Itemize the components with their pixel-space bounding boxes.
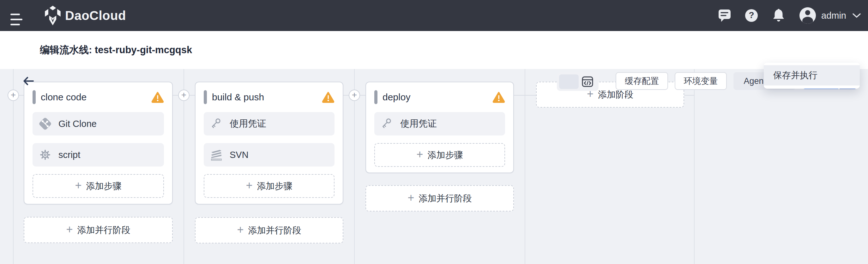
stage-drag-handle[interactable] bbox=[33, 90, 36, 104]
brand-name: DaoCloud bbox=[65, 0, 126, 31]
step-label: Git Clone bbox=[58, 119, 97, 129]
svn-icon bbox=[210, 148, 223, 162]
chat-icon[interactable] bbox=[717, 0, 732, 31]
stage-card-build-push: build & push 使用凭证 bbox=[195, 82, 343, 205]
env-variables-button[interactable]: 环境变量 bbox=[675, 72, 727, 90]
warning-icon bbox=[492, 91, 505, 103]
stage-name[interactable]: clone code bbox=[41, 92, 87, 103]
step-row-credentials[interactable]: 使用凭证 bbox=[374, 112, 505, 135]
save-and-run-menu-item[interactable]: 保存并执行 bbox=[764, 65, 860, 85]
pipeline-canvas: + + + clone code bbox=[0, 69, 868, 264]
gear-icon bbox=[38, 148, 52, 162]
top-navigation-bar: DaoCloud ? admin bbox=[0, 0, 868, 31]
plus-icon: + bbox=[407, 192, 414, 204]
key-icon bbox=[210, 117, 223, 131]
notifications-bell-icon[interactable] bbox=[771, 0, 786, 31]
add-parallel-stage-button[interactable]: + 添加并行阶段 bbox=[24, 217, 173, 243]
git-icon bbox=[38, 117, 52, 131]
step-label: 使用凭证 bbox=[400, 117, 437, 130]
column-divider bbox=[525, 69, 525, 264]
warning-icon bbox=[322, 91, 335, 103]
pipeline-editor-toolbar: 编辑流水线: test-ruby-git-mcgqsk 缓存配置 环境变量 Ag… bbox=[0, 31, 868, 69]
add-parallel-stage-button[interactable]: + 添加并行阶段 bbox=[366, 185, 514, 211]
plus-icon: + bbox=[66, 224, 73, 235]
stage-card-deploy: deploy 使用凭证 + 添加步骤 bbox=[366, 82, 514, 173]
step-row-script[interactable]: script bbox=[33, 143, 164, 166]
step-label: 使用凭证 bbox=[229, 117, 266, 130]
column-divider bbox=[694, 69, 694, 264]
stage-card-clone-code: clone code Git Clone bbox=[24, 82, 173, 205]
step-row-credentials[interactable]: 使用凭证 bbox=[204, 112, 335, 135]
code-view-icon[interactable] bbox=[579, 74, 596, 89]
insert-stage-plus-icon[interactable]: + bbox=[349, 89, 360, 101]
stage-drag-handle[interactable] bbox=[374, 90, 377, 104]
add-step-button[interactable]: + 添加步骤 bbox=[204, 174, 335, 198]
warning-icon bbox=[151, 91, 164, 103]
step-row-svn[interactable]: SVN bbox=[204, 143, 335, 166]
svg-text:?: ? bbox=[749, 10, 754, 20]
cache-config-button[interactable]: 缓存配置 bbox=[616, 72, 668, 90]
stage-drag-handle[interactable] bbox=[204, 90, 207, 104]
key-icon bbox=[380, 117, 394, 131]
view-mode-toggle bbox=[557, 73, 598, 91]
stage-name[interactable]: build & push bbox=[212, 92, 264, 103]
step-row-git-clone[interactable]: Git Clone bbox=[33, 112, 164, 135]
step-label: SVN bbox=[229, 150, 249, 160]
save-dropdown-menu: 保存并执行 bbox=[764, 63, 860, 89]
add-step-button[interactable]: + 添加步骤 bbox=[374, 143, 505, 167]
user-avatar-icon[interactable] bbox=[800, 0, 816, 31]
step-label: script bbox=[58, 150, 80, 160]
insert-stage-plus-icon[interactable]: + bbox=[7, 89, 19, 101]
graphic-view-toggle[interactable] bbox=[559, 74, 579, 89]
plus-icon: + bbox=[416, 149, 423, 160]
username-label[interactable]: admin bbox=[821, 0, 846, 31]
menu-icon[interactable] bbox=[10, 14, 23, 26]
plus-icon: + bbox=[237, 224, 244, 236]
add-step-button[interactable]: + 添加步骤 bbox=[33, 174, 164, 198]
daocloud-logo-icon bbox=[43, 5, 62, 26]
plus-icon: + bbox=[246, 180, 252, 191]
stage-name[interactable]: deploy bbox=[382, 92, 410, 103]
back-arrow-icon[interactable] bbox=[22, 75, 35, 87]
help-icon[interactable]: ? bbox=[744, 0, 758, 31]
insert-stage-plus-icon[interactable]: + bbox=[178, 89, 189, 101]
page-title: 编辑流水线: test-ruby-git-mcgqsk bbox=[40, 31, 192, 69]
add-parallel-stage-button[interactable]: + 添加并行阶段 bbox=[195, 217, 343, 243]
user-menu-chevron-down-icon[interactable] bbox=[852, 0, 861, 31]
plus-icon: + bbox=[75, 180, 82, 191]
